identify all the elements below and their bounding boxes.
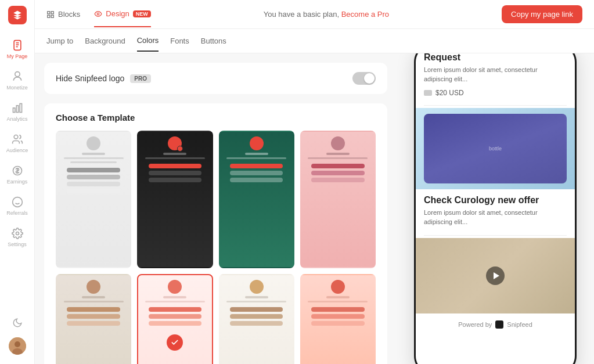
right-panel: Request Lorem ipsum dolor sit amet, cons… xyxy=(397,53,594,364)
subnav-background[interactable]: Background xyxy=(85,31,125,51)
promo-text: You have a basic plan, Become a Pro xyxy=(165,10,488,19)
subnav-fonts[interactable]: Fonts xyxy=(170,31,189,51)
phone-frame: Request Lorem ipsum dolor sit amet, cons… xyxy=(414,53,577,364)
user-avatar[interactable] xyxy=(9,337,26,355)
svg-point-12 xyxy=(16,232,19,235)
become-pro-link[interactable]: Become a Pro xyxy=(341,10,389,19)
template-4[interactable] xyxy=(300,131,376,268)
sidebar-item-earnings[interactable]: Earnings xyxy=(0,159,34,190)
choose-template-title: Choose a Template xyxy=(56,113,376,122)
sidebar-item-referrals[interactable]: Referrals xyxy=(0,190,34,222)
svg-point-9 xyxy=(12,197,22,207)
sub-nav: Jump to Background Colors Fonts Buttons xyxy=(35,29,594,53)
divider-2 xyxy=(424,235,567,236)
main-area: Blocks Design NEW You have a basic plan,… xyxy=(35,0,594,364)
dark-mode-toggle[interactable] xyxy=(12,318,23,330)
sidebar-item-settings[interactable]: Settings xyxy=(0,222,34,253)
svg-rect-5 xyxy=(16,106,18,113)
template-5[interactable] xyxy=(56,274,131,364)
template-8[interactable] xyxy=(300,274,376,364)
svg-point-7 xyxy=(14,135,18,139)
template-6[interactable] xyxy=(137,274,213,364)
new-badge: NEW xyxy=(133,10,151,17)
template-2[interactable] xyxy=(137,131,213,268)
hide-logo-toggle[interactable] xyxy=(352,72,376,85)
content-area: Hide Snipfeed logo PRO Choose a Template xyxy=(35,53,594,364)
svg-rect-6 xyxy=(20,104,21,113)
subnav-jump-to[interactable]: Jump to xyxy=(46,31,73,51)
svg-rect-17 xyxy=(51,11,53,13)
template-7[interactable] xyxy=(219,274,294,364)
divider-1 xyxy=(424,105,567,106)
copy-page-link-button[interactable]: Copy my page link xyxy=(502,5,582,23)
subnav-buttons[interactable]: Buttons xyxy=(201,31,226,51)
sidebar-item-my-page[interactable]: My Page xyxy=(0,34,34,65)
phone-content: Request Lorem ipsum dolor sit amet, cons… xyxy=(416,53,575,364)
subnav-colors[interactable]: Colors xyxy=(137,30,159,52)
svg-point-14 xyxy=(15,341,20,347)
offer-desc: Lorem ipsum dolor sit amet, consectetur … xyxy=(416,208,575,233)
svg-rect-19 xyxy=(51,15,53,17)
request-price: $20 USD xyxy=(416,89,575,103)
phone-inner: Request Lorem ipsum dolor sit amet, cons… xyxy=(416,53,575,336)
blocks-tab[interactable]: Blocks xyxy=(46,2,80,27)
play-button[interactable] xyxy=(486,266,505,285)
hide-logo-card: Hide Snipfeed logo PRO xyxy=(44,63,387,94)
template-1[interactable] xyxy=(56,131,131,268)
price-icon xyxy=(424,90,432,96)
sidebar-item-monetize[interactable]: Monetize xyxy=(0,65,34,96)
sidebar-bottom xyxy=(9,318,26,364)
choose-template-card: Choose a Template xyxy=(44,103,387,364)
icon-sidebar: My Page Monetize Analytics Audience Earn… xyxy=(0,0,35,364)
offer-title: Check Curology new offer xyxy=(416,189,575,208)
svg-rect-4 xyxy=(13,108,15,113)
sidebar-item-analytics[interactable]: Analytics xyxy=(0,96,34,128)
svg-point-20 xyxy=(98,13,100,15)
product-image-inner: bottle xyxy=(424,114,567,183)
product-image: bottle xyxy=(416,108,575,189)
left-panel: Hide Snipfeed logo PRO Choose a Template xyxy=(35,53,397,364)
logo-toggle-row: Hide Snipfeed logo PRO xyxy=(56,72,376,85)
svg-rect-16 xyxy=(48,11,50,13)
snipfeed-logo xyxy=(495,320,503,329)
svg-rect-18 xyxy=(48,15,50,17)
toggle-knob xyxy=(364,73,375,84)
pro-badge: PRO xyxy=(130,74,151,83)
video-thumbnail[interactable] xyxy=(416,238,575,313)
hide-logo-label: Hide Snipfeed logo PRO xyxy=(56,74,151,83)
sidebar-item-audience[interactable]: Audience xyxy=(0,128,34,159)
app-logo[interactable] xyxy=(8,6,27,24)
template-grid xyxy=(56,131,376,364)
request-title: Request xyxy=(416,53,575,65)
phone-footer: Powered by Snipfeed xyxy=(416,313,575,336)
top-header: Blocks Design NEW You have a basic plan,… xyxy=(35,0,594,29)
design-tab[interactable]: Design NEW xyxy=(94,1,150,27)
selected-check xyxy=(167,334,183,351)
template-3[interactable] xyxy=(219,131,294,268)
request-desc: Lorem ipsum dolor sit amet, consectetur … xyxy=(416,65,575,89)
